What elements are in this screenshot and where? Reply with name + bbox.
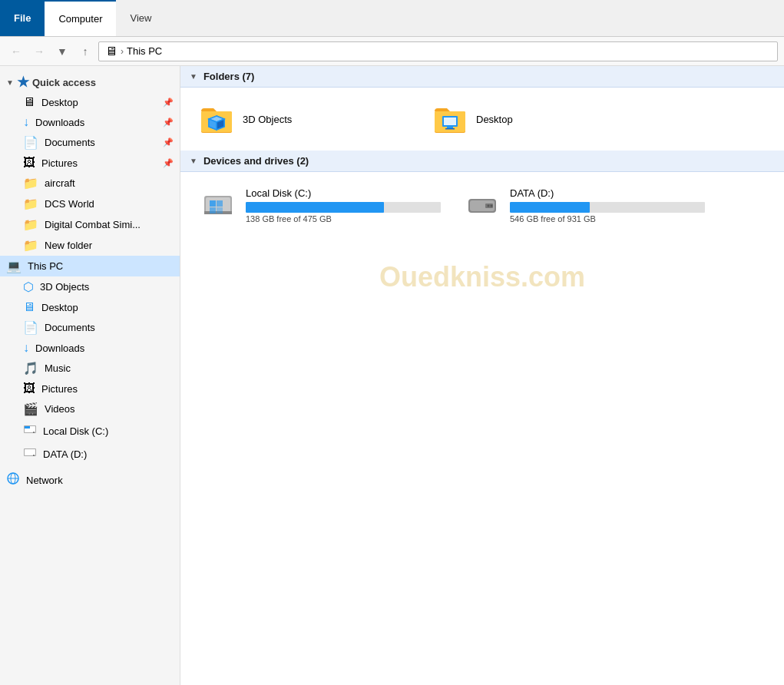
pin-icon: 📌 [163, 98, 174, 108]
folder-item-desktop[interactable]: Desktop [423, 94, 653, 144]
pin-icon-2: 📌 [163, 117, 174, 127]
address-bar: ← → ▼ ↑ 🖥 › This PC [0, 37, 784, 66]
svg-point-32 [488, 205, 490, 207]
desktop-pc-icon: 🖥 [23, 300, 35, 314]
path-separator: › [121, 46, 124, 57]
drive-c-bar-container [246, 202, 441, 213]
downloads-icon: ↓ [23, 115, 29, 129]
sidebar-item-network[interactable]: Network [0, 468, 180, 491]
sidebar: ▼ ★ Quick access 🖥 Desktop 📌 ↓ Downloads… [0, 66, 180, 685]
drive-c-icon [200, 187, 237, 223]
sidebar-item-digital-combat-quick[interactable]: 📁 Digital Combat Simi... [0, 214, 180, 235]
pictures-pc-icon: 🖼 [23, 382, 35, 395]
forward-button[interactable]: → [29, 41, 49, 61]
pin-icon-3: 📌 [163, 137, 174, 147]
chevron-icon: ▼ [6, 78, 14, 87]
up-button[interactable]: ↑ [75, 41, 95, 61]
sidebar-item-data-d[interactable]: DATA (D:) [0, 442, 180, 465]
folders-section-header[interactable]: ▼ Folders (7) [180, 66, 784, 88]
data-d-icon [23, 445, 37, 462]
drives-chevron-icon: ▼ [190, 157, 197, 165]
svg-rect-28 [217, 207, 223, 213]
sidebar-item-dcs-quick[interactable]: 📁 DCS World [0, 194, 180, 214]
3d-objects-icon: ⬡ [23, 280, 34, 294]
content-area: ▼ Folders (7) [180, 66, 784, 685]
drive-c-info: Local Disk (C:) 138 GB free of 475 GB [246, 187, 441, 223]
new-folder-icon: 📁 [23, 238, 38, 253]
svg-rect-26 [217, 200, 223, 207]
main-layout: ▼ ★ Quick access 🖥 Desktop 📌 ↓ Downloads… [0, 66, 784, 685]
drive-c-bar-fill [246, 202, 384, 213]
dcs-folder-icon: 📁 [23, 197, 38, 211]
sidebar-item-documents-pc[interactable]: 📄 Documents [0, 317, 180, 338]
recent-locations-button[interactable]: ▼ [52, 41, 72, 61]
drive-d-bar-container [510, 202, 705, 213]
drive-d-info: DATA (D:) 546 GB free of 931 GB [510, 187, 705, 223]
sidebar-item-videos-pc[interactable]: 🎬 Videos [0, 399, 180, 419]
sidebar-item-downloads-quick[interactable]: ↓ Downloads 📌 [0, 112, 180, 132]
sidebar-item-pictures-pc[interactable]: 🖼 Pictures [0, 379, 180, 399]
sidebar-item-this-pc[interactable]: 💻 This PC [0, 256, 180, 276]
sidebar-item-documents-quick[interactable]: 📄 Documents 📌 [0, 132, 180, 153]
documents-icon: 📄 [23, 135, 38, 150]
documents-pc-icon: 📄 [23, 320, 38, 335]
path-text: This PC [127, 45, 162, 57]
digital-combat-folder-icon: 📁 [23, 217, 38, 232]
videos-icon: 🎬 [23, 402, 38, 416]
folder-grid: 3D Objects Desktop [180, 88, 784, 151]
pin-icon-4: 📌 [163, 158, 174, 168]
sidebar-item-pictures-quick[interactable]: 🖼 Pictures 📌 [0, 153, 180, 173]
tab-computer[interactable]: Computer [45, 0, 116, 36]
folder-desktop-icon [433, 101, 470, 137]
sidebar-item-desktop-pc[interactable]: 🖥 Desktop [0, 297, 180, 317]
drives-section-header[interactable]: ▼ Devices and drives (2) [180, 151, 784, 172]
music-icon: 🎵 [23, 361, 38, 376]
svg-rect-5 [25, 449, 35, 455]
drive-d-bar-fill [510, 202, 590, 213]
path-computer-icon: 🖥 [105, 45, 117, 58]
tab-file[interactable]: File [0, 0, 45, 36]
drive-d-icon [464, 187, 501, 223]
address-path[interactable]: 🖥 › This PC [98, 41, 778, 61]
svg-rect-20 [447, 127, 453, 128]
local-disk-c-icon [23, 422, 37, 439]
downloads-pc-icon: ↓ [23, 341, 29, 355]
svg-rect-21 [445, 128, 455, 130]
drive-grid: Local Disk (C:) 138 GB free of 475 GB [180, 172, 784, 238]
ribbon: File Computer View [0, 0, 784, 37]
network-icon [6, 472, 20, 488]
svg-rect-27 [210, 207, 216, 213]
sidebar-quick-access-header[interactable]: ▼ ★ Quick access [0, 69, 180, 92]
sidebar-item-newfolder-quick[interactable]: 📁 New folder [0, 235, 180, 256]
quick-access-star-icon: ★ [17, 74, 29, 91]
sidebar-item-3d-objects[interactable]: ⬡ 3D Objects [0, 276, 180, 297]
drive-item-d[interactable]: DATA (D:) 546 GB free of 931 GB [454, 178, 715, 232]
folders-chevron-icon: ▼ [190, 72, 197, 81]
watermark: Ouedkniss.com [180, 238, 784, 316]
sidebar-item-desktop-quick[interactable]: 🖥 Desktop 📌 [0, 92, 180, 112]
desktop-icon: 🖥 [23, 95, 35, 109]
back-button[interactable]: ← [6, 41, 26, 61]
pictures-icon: 🖼 [23, 156, 35, 170]
svg-rect-19 [444, 117, 456, 125]
sidebar-item-music-pc[interactable]: 🎵 Music [0, 358, 180, 379]
svg-rect-2 [25, 426, 30, 429]
this-pc-icon: 💻 [6, 259, 22, 273]
svg-point-3 [33, 432, 35, 433]
svg-point-6 [33, 455, 35, 456]
drive-item-c[interactable]: Local Disk (C:) 138 GB free of 475 GB [190, 178, 451, 232]
svg-point-33 [491, 205, 493, 207]
folder-3d-icon [200, 101, 237, 137]
svg-rect-25 [210, 200, 216, 207]
sidebar-item-local-disk-c[interactable]: Local Disk (C:) [0, 419, 180, 442]
sidebar-item-aircraft-quick[interactable]: 📁 aircraft [0, 173, 180, 194]
sidebar-item-downloads-pc[interactable]: ↓ Downloads [0, 338, 180, 358]
folder-item-3d-objects[interactable]: 3D Objects [190, 94, 420, 144]
aircraft-folder-icon: 📁 [23, 176, 38, 190]
tab-view[interactable]: View [116, 0, 165, 36]
